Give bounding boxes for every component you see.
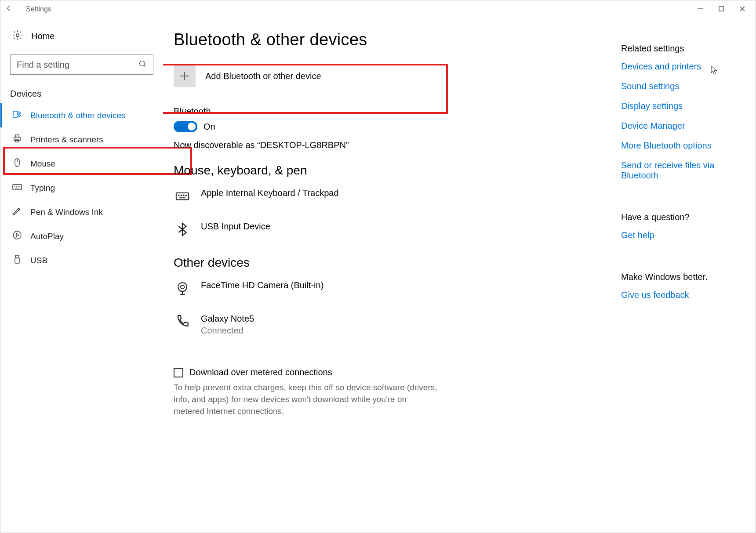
bluetooth-toggle[interactable]	[174, 121, 197, 132]
right-rail: Related settings Devices and printers So…	[619, 18, 756, 533]
improve-heading: Make Windows better.	[621, 272, 747, 282]
sidebar-item-label: Mouse	[30, 159, 55, 169]
svg-point-19	[13, 231, 21, 239]
svg-rect-7	[13, 111, 18, 117]
svg-rect-13	[13, 185, 22, 190]
plus-icon	[174, 65, 196, 87]
maximize-button[interactable]	[717, 6, 726, 13]
svg-line-6	[144, 65, 146, 67]
group-mouse-keyboard-pen: Mouse, keyboard, & pen	[174, 163, 606, 178]
phone-icon	[174, 313, 191, 330]
sidebar-item-printers[interactable]: Printers & scanners	[0, 127, 163, 152]
metered-checkbox-row[interactable]: Download over metered connections	[174, 367, 606, 377]
link-device-manager[interactable]: Device Manager	[621, 121, 747, 131]
sidebar-item-typing[interactable]: Typing	[0, 176, 163, 200]
device-row-usb-input[interactable]: USB Input Device	[174, 218, 606, 251]
bluetooth-device-icon	[12, 109, 22, 122]
sidebar-item-autoplay[interactable]: AutoPlay	[0, 224, 163, 248]
minimize-button[interactable]	[696, 6, 705, 13]
sidebar-item-usb[interactable]: USB	[0, 248, 163, 272]
printer-icon	[12, 133, 22, 146]
question-heading: Have a question?	[621, 212, 747, 222]
svg-point-30	[178, 283, 187, 291]
sidebar: Home Devices Bluetooth & other devices P…	[0, 18, 163, 533]
link-display-settings[interactable]: Display settings	[621, 101, 747, 111]
sidebar-item-bluetooth[interactable]: Bluetooth & other devices	[0, 103, 163, 127]
link-feedback[interactable]: Give us feedback	[621, 290, 747, 300]
svg-point-5	[140, 61, 145, 66]
svg-point-27	[183, 195, 184, 196]
close-button[interactable]	[738, 6, 747, 13]
discoverable-text: Now discoverable as “DESKTOP-LG8RBPN”	[174, 140, 606, 150]
back-button[interactable]	[5, 4, 17, 15]
search-input[interactable]	[10, 54, 153, 75]
related-settings-heading: Related settings	[621, 44, 747, 54]
svg-point-31	[181, 285, 185, 289]
svg-rect-9	[15, 135, 19, 137]
checkbox-icon[interactable]	[174, 368, 183, 377]
add-device-label: Add Bluetooth or other device	[205, 71, 321, 81]
link-more-bluetooth[interactable]: More Bluetooth options	[621, 141, 747, 151]
add-device-button[interactable]: Add Bluetooth or other device	[174, 60, 385, 105]
autoplay-icon	[12, 230, 22, 243]
bluetooth-heading: Bluetooth	[174, 106, 606, 116]
svg-rect-8	[14, 137, 20, 141]
bluetooth-icon	[174, 221, 191, 238]
svg-rect-24	[176, 193, 189, 200]
sidebar-item-label: USB	[30, 256, 47, 265]
sidebar-item-label: Typing	[30, 183, 55, 193]
link-devices-printers[interactable]: Devices and printers	[621, 62, 747, 72]
toggle-state-label: On	[204, 122, 215, 132]
sidebar-item-label: Pen & Windows Ink	[30, 207, 103, 217]
sidebar-item-label: Bluetooth & other devices	[30, 111, 126, 120]
webcam-icon	[174, 279, 191, 297]
group-other-devices: Other devices	[174, 256, 606, 270]
mouse-icon	[12, 157, 22, 170]
sidebar-item-label: AutoPlay	[30, 232, 64, 241]
sidebar-item-mouse[interactable]: Mouse	[0, 152, 163, 176]
svg-rect-1	[719, 7, 723, 11]
device-row-camera[interactable]: FaceTime HD Camera (Built-in)	[174, 277, 606, 310]
link-sound-settings[interactable]: Sound settings	[621, 81, 747, 91]
device-row-keyboard[interactable]: Apple Internal Keyboard / Trackpad	[174, 185, 606, 218]
metered-description: To help prevent extra charges, keep this…	[174, 382, 437, 417]
sidebar-item-pen[interactable]: Pen & Windows Ink	[0, 200, 163, 224]
home-label: Home	[31, 31, 55, 41]
home-link[interactable]: Home	[0, 26, 163, 52]
svg-rect-21	[15, 258, 19, 263]
search-icon	[138, 60, 147, 70]
category-label: Devices	[0, 84, 163, 103]
link-get-help[interactable]: Get help	[621, 230, 747, 240]
svg-point-26	[181, 195, 182, 196]
sidebar-item-label: Printers & scanners	[30, 135, 103, 145]
gear-icon	[12, 29, 23, 43]
device-label: Apple Internal Keyboard / Trackpad	[201, 187, 339, 199]
keyboard-icon	[12, 181, 22, 194]
window-title: Settings	[17, 5, 696, 13]
pen-icon	[12, 206, 22, 218]
svg-rect-20	[15, 255, 19, 258]
svg-point-25	[178, 195, 179, 196]
page-title: Bluetooth & other devices	[174, 30, 606, 49]
svg-point-4	[16, 34, 19, 37]
usb-icon	[12, 254, 22, 267]
device-label: FaceTime HD Camera (Built-in)	[201, 279, 323, 291]
main-content: Bluetooth & other devices Add Bluetooth …	[163, 18, 619, 533]
keyboard-icon	[174, 187, 191, 205]
title-bar: Settings	[0, 0, 756, 18]
svg-point-28	[186, 195, 187, 196]
link-send-receive-bt[interactable]: Send or receive files via Bluetooth	[621, 160, 747, 181]
device-label: Galaxy Note5	[201, 313, 254, 325]
metered-label: Download over metered connections	[189, 367, 332, 377]
cursor-icon	[711, 65, 719, 77]
device-row-phone[interactable]: Galaxy Note5 Connected	[174, 310, 606, 350]
device-label: USB Input Device	[201, 221, 270, 232]
device-status: Connected	[201, 325, 254, 337]
